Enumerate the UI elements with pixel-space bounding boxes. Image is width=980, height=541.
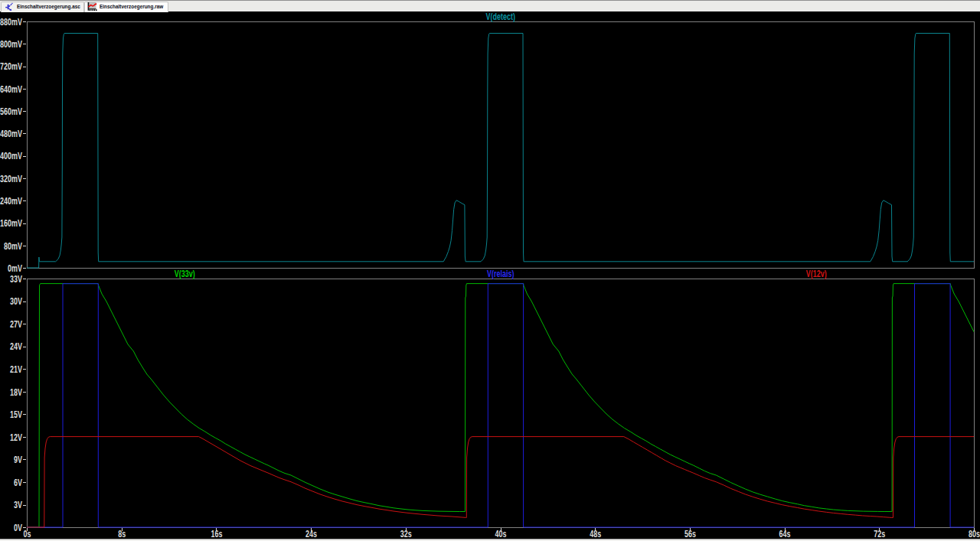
svg-text:240mV: 240mV xyxy=(0,196,23,207)
svg-text:V(detect): V(detect) xyxy=(486,11,516,22)
svg-text:24s: 24s xyxy=(305,528,317,539)
svg-text:32s: 32s xyxy=(400,528,412,539)
svg-text:18V: 18V xyxy=(10,386,23,397)
svg-text:33V: 33V xyxy=(10,273,23,284)
svg-text:16s: 16s xyxy=(211,528,222,539)
svg-text:V(relais): V(relais) xyxy=(487,269,514,279)
svg-text:80s: 80s xyxy=(969,528,980,539)
svg-text:80mV: 80mV xyxy=(4,240,23,251)
svg-text:12V: 12V xyxy=(10,432,23,442)
svg-text:30V: 30V xyxy=(10,296,23,307)
svg-text:480mV: 480mV xyxy=(0,129,23,139)
svg-text:56s: 56s xyxy=(684,528,696,539)
svg-text:720mV: 720mV xyxy=(0,61,23,72)
svg-text:9V: 9V xyxy=(14,455,23,465)
svg-text:0s: 0s xyxy=(23,528,31,539)
svg-text:560mV: 560mV xyxy=(0,106,23,116)
svg-text:V(12v): V(12v) xyxy=(806,269,827,279)
svg-text:V(33v): V(33v) xyxy=(175,269,195,279)
svg-text:800mV: 800mV xyxy=(0,39,23,50)
svg-text:72s: 72s xyxy=(874,528,885,539)
svg-text:24V: 24V xyxy=(10,341,23,352)
svg-text:15V: 15V xyxy=(10,409,23,420)
svg-text:64s: 64s xyxy=(779,528,791,539)
svg-text:0mV: 0mV xyxy=(8,262,23,273)
svg-text:40s: 40s xyxy=(495,528,506,539)
svg-text:400mV: 400mV xyxy=(0,151,23,161)
svg-text:880mV: 880mV xyxy=(0,16,23,27)
svg-text:640mV: 640mV xyxy=(0,83,23,94)
svg-text:6V: 6V xyxy=(14,477,23,487)
svg-text:320mV: 320mV xyxy=(0,173,23,184)
svg-text:21V: 21V xyxy=(10,364,23,375)
svg-text:0V: 0V xyxy=(14,522,23,533)
svg-text:3V: 3V xyxy=(14,500,23,510)
svg-text:48s: 48s xyxy=(590,528,601,539)
svg-text:27V: 27V xyxy=(10,318,23,329)
svg-text:160mV: 160mV xyxy=(0,218,23,229)
svg-text:8s: 8s xyxy=(118,528,126,539)
